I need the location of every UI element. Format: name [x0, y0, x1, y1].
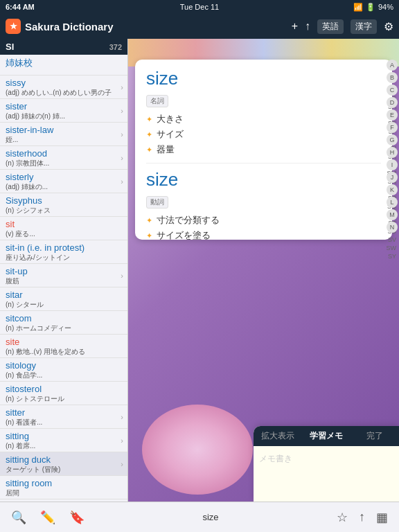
sidebar-list-item[interactable]: Sisyphus(n) シシフォス	[0, 193, 127, 217]
sidebar-item-word: sissy	[6, 78, 122, 88]
settings-button[interactable]: ⚙	[384, 20, 393, 33]
status-time: 6:44 AM	[6, 3, 35, 11]
sidebar-item-definition: (n) シタール	[6, 300, 122, 309]
sidebar-list-item[interactable]: sit-up腹筋›	[0, 264, 127, 287]
sidebar-list-item[interactable]: sitology(n) 食品学...	[0, 358, 127, 382]
memo-tab-done[interactable]: 完了	[351, 426, 399, 446]
bookmark-icon[interactable]: 🔖	[69, 510, 85, 525]
memo-content[interactable]: メモ書き	[254, 446, 399, 502]
chevron-right-icon: ›	[121, 154, 123, 162]
dict-pos-2: 動詞	[146, 196, 168, 209]
chevron-right-icon: ›	[121, 177, 123, 186]
meaning-text: サイズ	[157, 128, 184, 141]
sidebar-item-definition: (n) 看護者...	[6, 418, 122, 427]
sidebar-list-item[interactable]: situate(v) 位置を与える	[0, 499, 127, 502]
memo-tab-expand[interactable]: 拡大表示	[254, 426, 302, 446]
sidebar-item-word: sit-in (i.e. in protest)	[6, 242, 122, 253]
add-button[interactable]: +	[292, 20, 298, 33]
sidebar-list-item[interactable]: sisterly(adj) 姉妹の...›	[0, 170, 127, 193]
sidebar-item-definition: ターゲット (冒険)	[6, 465, 122, 474]
alpha-letter-button[interactable]: D	[387, 97, 398, 108]
alpha-letter-button[interactable]: G	[387, 134, 398, 145]
dict-pos-1: 名詞	[146, 95, 168, 107]
sidebar-list-item[interactable]: 姉妹校	[0, 55, 127, 76]
dict-meaning-item: ✦サイズ	[146, 127, 381, 142]
meaning-text: サイズを塗る	[157, 229, 211, 240]
chevron-right-icon: ›	[121, 130, 123, 139]
dict-meaning-item: ✦大きさ	[146, 112, 381, 127]
chevron-right-icon: ›	[121, 436, 123, 445]
app-logo: ★	[6, 19, 21, 34]
sidebar-list-item[interactable]: sitosterol(n) シトステロール	[0, 382, 127, 405]
sidebar-item-definition: (adj) 姉妹の(n) 姉...	[6, 112, 122, 121]
sidebar-item-word: sister-in-law	[6, 125, 122, 135]
sidebar-list-item[interactable]: sitting(n) 着席...›	[0, 429, 127, 452]
eng-button[interactable]: 英語	[317, 19, 344, 34]
share-button[interactable]: ↑	[305, 20, 310, 33]
alpha-letter-button[interactable]: C	[387, 85, 398, 96]
kanji-button[interactable]: 漢字	[351, 19, 377, 34]
sidebar[interactable]: SI 372 姉妹校sissy(adj) めめしい..(n) めめしい男の子›s…	[0, 39, 128, 502]
star-icon: ✦	[146, 130, 152, 139]
sidebar-list-item[interactable]: sissy(adj) めめしい..(n) めめしい男の子›	[0, 76, 127, 99]
sidebar-item-word: sitcom	[6, 313, 122, 323]
sidebar-letter-marker[interactable]: SW	[384, 244, 400, 252]
alpha-letter-button[interactable]: E	[387, 109, 398, 121]
memo-tab-notes[interactable]: 学習メモ	[302, 426, 351, 446]
meaning-text: 器量	[157, 143, 175, 156]
dict-entry-1: size 名詞 ✦大きさ✦サイズ✦器量	[146, 68, 381, 157]
share-toolbar-icon[interactable]: ↑	[359, 510, 365, 524]
sidebar-list-item[interactable]: sister(adj) 姉妹の(n) 姉...›	[0, 99, 127, 123]
sidebar-item-definition: (n) 着席...	[6, 441, 122, 450]
alpha-letter-button[interactable]: J	[387, 172, 398, 183]
alpha-letter-button[interactable]: F	[387, 122, 398, 133]
alpha-letter-button[interactable]: M	[387, 209, 398, 220]
sidebar-item-word: sisterly	[6, 172, 122, 182]
sidebar-item-word: sitting room	[6, 478, 122, 488]
chevron-right-icon: ›	[121, 460, 123, 468]
status-right: 📶 🔋 94%	[353, 3, 393, 12]
sidebar-item-definition: (n) 宗教団体...	[6, 159, 122, 168]
alpha-letter-button[interactable]: A	[387, 60, 398, 71]
dict-meanings-1: ✦大きさ✦サイズ✦器量	[146, 112, 381, 157]
sidebar-list-item[interactable]: sit(v) 座る...	[0, 217, 127, 240]
sidebar-item-word: sitting	[6, 431, 122, 441]
sidebar-list-item[interactable]: sitcom(n) ホームコメディー	[0, 311, 127, 335]
sidebar-item-word: sisterhood	[6, 148, 122, 159]
sidebar-list-item[interactable]: sisterhood(n) 宗教団体...›	[0, 146, 127, 170]
sidebar-list-item[interactable]: sister-in-law姪...›	[0, 123, 127, 146]
sidebar-header: SI 372	[0, 39, 127, 55]
search-icon[interactable]: 🔍	[11, 510, 26, 525]
meaning-text: 寸法で分類する	[157, 214, 220, 227]
chevron-right-icon: ›	[121, 83, 123, 91]
sidebar-item-word: sitting duck	[6, 454, 122, 465]
alpha-letter-button[interactable]: I	[387, 159, 398, 170]
alpha-letter-button[interactable]: B	[387, 72, 398, 83]
grid-toolbar-icon[interactable]: ▦	[376, 510, 388, 525]
star-icon: ✦	[146, 216, 152, 225]
sidebar-list-item[interactable]: sitter(n) 看護者...›	[0, 405, 127, 429]
chevron-right-icon: ›	[121, 413, 123, 421]
header-actions: + ↑ 英語 漢字 ⚙	[292, 19, 393, 34]
sidebar-letter-marker[interactable]: SV	[384, 236, 400, 244]
dictionary-card: size 名詞 ✦大きさ✦サイズ✦器量 size 動詞 ✦寸法で分類する✦サイズ…	[135, 60, 392, 240]
star-icon: ✦	[146, 115, 152, 124]
alpha-letter-button[interactable]: L	[387, 197, 398, 208]
sidebar-list-item[interactable]: sitting room居間	[0, 476, 127, 499]
sidebar-list-item[interactable]: sitar(n) シタール	[0, 287, 127, 311]
battery-icon: 🔋	[366, 3, 375, 12]
toolbar-right: ☆ ↑ ▦	[337, 510, 388, 525]
alpha-letter-button[interactable]: N	[387, 222, 398, 233]
alpha-letter-button[interactable]: H	[387, 147, 398, 158]
sidebar-item-word: sitter	[6, 407, 122, 418]
memo-placeholder: メモ書き	[259, 454, 292, 463]
sidebar-list-item[interactable]: sitting duckターゲット (冒険)›	[0, 452, 127, 476]
sidebar-list-item[interactable]: site(n) 敷地..(v) 用地を定める	[0, 335, 127, 358]
sidebar-list-item[interactable]: sit-in (i.e. in protest)座り込み/シットイン	[0, 240, 127, 264]
sidebar-letter-marker[interactable]: SY	[384, 252, 400, 260]
star-toolbar-icon[interactable]: ☆	[337, 510, 348, 525]
dict-meaning-item: ✦器量	[146, 142, 381, 157]
alpha-letter-button[interactable]: K	[387, 184, 398, 195]
pencil-icon[interactable]: ✏️	[40, 510, 55, 525]
sidebar-item-word: sitology	[6, 360, 122, 371]
